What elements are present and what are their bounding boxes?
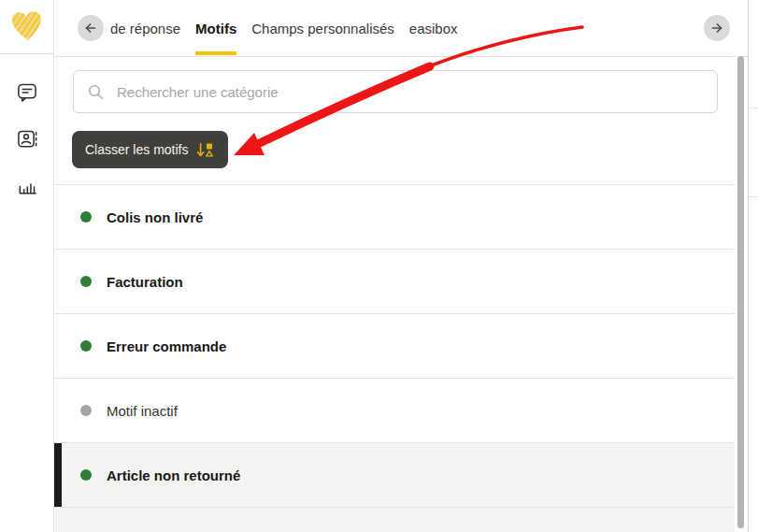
contact-card-icon: [17, 129, 37, 150]
tab-champs-personnalis-s[interactable]: Champs personnalisés: [251, 0, 394, 56]
category-row[interactable]: Erreur commande: [54, 314, 735, 379]
sidebar-item-conversations[interactable]: [17, 82, 37, 103]
back-button[interactable]: [78, 15, 104, 41]
bar-chart-icon: [17, 176, 37, 196]
list-item-partial: [54, 508, 735, 532]
edge-line: [749, 196, 758, 197]
category-label: Article non retourné: [107, 467, 240, 483]
edge-line: [749, 108, 758, 108]
category-row[interactable]: Colis non livré: [54, 185, 735, 250]
sidebar-item-statistics[interactable]: [17, 176, 37, 196]
category-label: Motif inactif: [107, 403, 178, 419]
magnifier-icon: [88, 84, 104, 100]
window-edge-divider: [748, 0, 749, 532]
category-label: Erreur commande: [107, 338, 226, 354]
scribble-heart-icon: [9, 8, 45, 46]
tab-motifs[interactable]: Motifs: [195, 0, 236, 56]
header-tabs: de réponseMotifsChamps personnaliséseasi…: [110, 0, 458, 56]
arrow-right-icon: [708, 20, 725, 36]
category-label: Colis non livré: [107, 209, 203, 225]
tab-easibox[interactable]: easibox: [409, 0, 458, 56]
sidebar-nav: [0, 54, 53, 196]
category-label: Facturation: [107, 274, 183, 290]
sort-button[interactable]: Classer les motifs: [72, 131, 228, 168]
sort-shapes-descending-icon: [196, 142, 215, 158]
forward-button[interactable]: [704, 15, 730, 41]
app-window: de réponseMotifsChamps personnaliséseasi…: [0, 0, 758, 532]
sort-button-label: Classer les motifs: [85, 142, 188, 157]
category-row[interactable]: Article non retourné: [54, 443, 735, 508]
header: de réponseMotifsChamps personnaliséseasi…: [54, 0, 748, 57]
category-list: Colis non livré Facturation Erreur comma…: [54, 184, 735, 532]
sidebar: [0, 0, 54, 532]
chat-bubble-icon: [17, 82, 37, 103]
arrow-left-icon: [82, 20, 99, 36]
tab-de-r-ponse[interactable]: de réponse: [110, 0, 180, 56]
logo[interactable]: [0, 0, 53, 54]
category-row[interactable]: Motif inactif: [54, 379, 735, 443]
status-dot: [80, 276, 92, 287]
category-row[interactable]: Facturation: [54, 250, 735, 314]
status-dot: [80, 340, 92, 352]
scrollbar-thumb[interactable]: [737, 56, 744, 528]
sidebar-item-contacts[interactable]: [17, 129, 37, 150]
search-box[interactable]: [73, 70, 718, 113]
status-dot: [80, 469, 92, 481]
search-input[interactable]: [115, 83, 706, 101]
status-dot: [80, 405, 92, 416]
status-dot: [80, 211, 92, 223]
